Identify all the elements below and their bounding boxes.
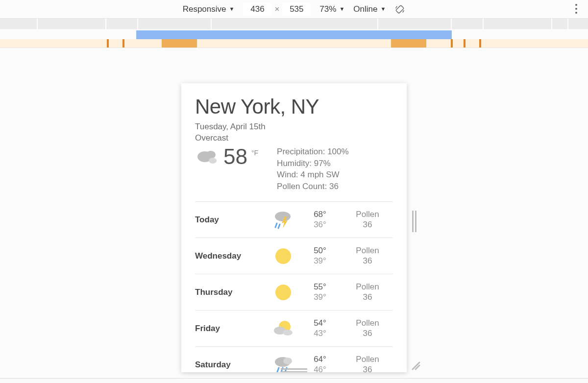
forecast-row[interactable]: Thursday 55° 39° Pollen 36 bbox=[195, 274, 393, 310]
svg-point-8 bbox=[275, 248, 291, 264]
forecast-day: Today bbox=[195, 215, 269, 225]
svg-point-14 bbox=[283, 358, 292, 364]
sunny-icon bbox=[269, 246, 298, 266]
forecast-list: Today 68° 36° Pollen 36 Wednesday bbox=[195, 201, 393, 372]
viewport-height-input[interactable] bbox=[282, 3, 311, 16]
forecast-temps: 68° 36° bbox=[298, 210, 342, 230]
overcast-icon bbox=[195, 146, 220, 168]
svg-line-6 bbox=[275, 223, 277, 227]
rotate-icon[interactable] bbox=[394, 4, 405, 15]
svg-line-15 bbox=[277, 368, 279, 372]
chevron-down-icon: ▼ bbox=[380, 6, 386, 12]
forecast-pollen: Pollen 36 bbox=[342, 210, 393, 230]
chevron-down-icon: ▼ bbox=[229, 6, 235, 12]
svg-point-4 bbox=[275, 212, 291, 221]
current-stats: Precipitation: 100% Humidity: 97% Wind: … bbox=[277, 146, 349, 192]
temp-unit: °F bbox=[251, 149, 258, 157]
resize-handle-corner[interactable] bbox=[410, 359, 420, 370]
viewport-width-input[interactable] bbox=[243, 3, 271, 16]
viewport-range-bar[interactable] bbox=[136, 30, 452, 39]
dimension-separator: × bbox=[274, 4, 279, 14]
svg-point-3 bbox=[209, 158, 217, 164]
forecast-row[interactable]: Today 68° 36° Pollen 36 bbox=[195, 201, 393, 238]
forecast-pollen: Pollen 36 bbox=[342, 282, 393, 302]
forecast-pollen: Pollen 36 bbox=[342, 246, 393, 266]
device-mode-label: Responsive bbox=[183, 4, 226, 14]
forecast-day: Saturday bbox=[195, 360, 269, 370]
svg-point-12 bbox=[283, 330, 293, 335]
forecast-row[interactable]: Wednesday 50° 39° Pollen 36 bbox=[195, 238, 393, 274]
more-options-icon[interactable] bbox=[575, 4, 577, 14]
forecast-pollen: Pollen 36 bbox=[342, 355, 393, 372]
zoom-label: 73% bbox=[319, 4, 336, 14]
devtools-toolbar: Responsive ▼ × 73% ▼ Online ▼ bbox=[0, 0, 588, 19]
device-canvas: New York, NY Tuesday, April 15th Overcas… bbox=[0, 73, 588, 377]
resize-handle-bottom[interactable] bbox=[281, 367, 307, 372]
location-title: New York, NY bbox=[195, 95, 393, 119]
partly-cloudy-icon bbox=[269, 319, 298, 338]
current-temp: 58 bbox=[223, 146, 247, 168]
breakpoint-ruler[interactable] bbox=[0, 19, 588, 30]
weather-card: New York, NY Tuesday, April 15th Overcas… bbox=[181, 83, 407, 372]
svg-line-7 bbox=[278, 224, 280, 228]
forecast-temps: 55° 39° bbox=[298, 282, 342, 302]
throttling-dropdown[interactable]: Online ▼ bbox=[353, 4, 386, 14]
thunder-rain-icon bbox=[269, 210, 298, 230]
condition-text: Overcast bbox=[195, 133, 393, 144]
date-text: Tuesday, April 15th bbox=[195, 121, 393, 133]
forecast-day: Friday bbox=[195, 324, 269, 334]
panel-divider[interactable] bbox=[0, 378, 588, 383]
viewport-size-controls: × bbox=[243, 3, 311, 16]
forecast-row[interactable]: Friday 54° 43° Pollen 36 bbox=[195, 310, 393, 346]
viewport-range-strip bbox=[0, 30, 588, 39]
svg-point-2 bbox=[206, 151, 216, 159]
forecast-pollen: Pollen 36 bbox=[342, 318, 393, 338]
zoom-dropdown[interactable]: 73% ▼ bbox=[319, 4, 344, 14]
svg-point-9 bbox=[275, 285, 291, 300]
forecast-temps: 54° 43° bbox=[298, 318, 342, 338]
media-query-strip[interactable] bbox=[0, 39, 588, 48]
throttling-label: Online bbox=[353, 4, 377, 14]
sunny-icon bbox=[269, 282, 298, 303]
forecast-day: Thursday bbox=[195, 287, 269, 297]
forecast-day: Wednesday bbox=[195, 251, 269, 261]
device-mode-dropdown[interactable]: Responsive ▼ bbox=[183, 4, 235, 14]
resize-handle-right[interactable] bbox=[411, 211, 417, 232]
forecast-temps: 50° 39° bbox=[298, 246, 342, 266]
chevron-down-icon: ▼ bbox=[339, 6, 344, 12]
